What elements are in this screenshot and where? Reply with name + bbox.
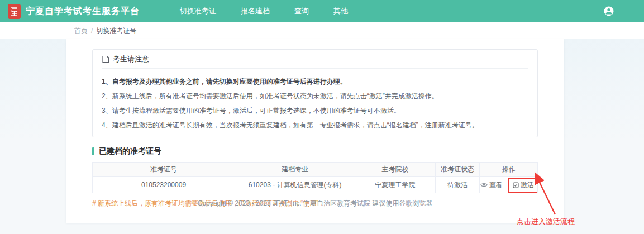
cell-status: 待激活	[435, 177, 480, 193]
breadcrumb: 首页 / 切换准考证号	[0, 22, 644, 39]
activate-icon	[513, 182, 519, 188]
cell-major: 610203 - 计算机信息管理(专科)	[235, 177, 355, 193]
nav-item-switch-ticket[interactable]: 切换准考证	[168, 0, 228, 22]
notice-list: 1、自考报考及办理其他业务之前，请先切换对应要使用的准考证号后再进行办理。 2、…	[102, 69, 528, 129]
breadcrumb-home[interactable]: 首页	[74, 26, 88, 36]
notice-card: 考生请注意 1、自考报考及办理其他业务之前，请先切换对应要使用的准考证号后再进行…	[92, 49, 538, 137]
main-panel: 考生请注意 1、自考报考及办理其他业务之前，请先切换对应要使用的准考证号后再进行…	[66, 39, 564, 223]
table-header-row: 准考证号 建档专业 主考院校 准考证状态 操作	[93, 163, 538, 177]
notice-item: 1、自考报考及办理其他业务之前，请先切换对应要使用的准考证号后再进行办理。	[102, 78, 528, 85]
activate-button-label: 激活	[521, 180, 534, 190]
app-title: 宁夏自学考试考生服务平台	[26, 6, 140, 17]
notice-icon	[102, 55, 109, 63]
eye-icon	[480, 182, 488, 188]
main-nav: 切换准考证 报名建档 查询 其他	[168, 0, 360, 22]
brand: 宁夏自学考试考生服务平台	[8, 4, 140, 19]
breadcrumb-current: 切换准考证号	[96, 26, 136, 36]
table-row: 010523200009 610203 - 计算机信息管理(专科) 宁夏理工学院…	[93, 177, 538, 193]
cell-ticket-no: 010523200009	[93, 177, 235, 193]
view-button-label: 查看	[489, 180, 503, 190]
section-title: 已建档的准考证号	[99, 146, 161, 156]
section-title-row: 已建档的准考证号	[92, 146, 538, 156]
col-header-actions: 操作	[480, 163, 538, 177]
notice-title-row: 考生请注意	[102, 50, 528, 69]
cell-actions: 查看 激活	[480, 177, 538, 193]
nav-item-query[interactable]: 查询	[282, 0, 321, 22]
section-bar-icon	[92, 147, 94, 155]
col-header-ticket-no: 准考证号	[93, 163, 235, 177]
nav-item-register[interactable]: 报名建档	[228, 0, 282, 22]
view-button[interactable]: 查看	[480, 179, 504, 191]
app-header: 宁夏自学考试考生服务平台 切换准考证 报名建档 查询 其他	[0, 0, 644, 22]
annotation-highlight-box: 激活	[508, 178, 538, 193]
cell-college: 宁夏理工学院	[355, 177, 435, 193]
logo-icon	[8, 4, 21, 19]
nav-item-other[interactable]: 其他	[321, 0, 360, 22]
copyright: Copyright © 2023 - 2023 JFAT, Inc. 宁夏自治区…	[66, 199, 564, 208]
ticket-table: 准考证号 建档专业 主考院校 准考证状态 操作 010523200009 610…	[92, 162, 538, 193]
breadcrumb-separator: /	[91, 27, 93, 35]
notice-item: 2、新系统上线后，所有准考证号均需要激活后使用，如准考证号状态为未激活，请先点击…	[102, 92, 528, 100]
col-header-college: 主考院校	[355, 163, 435, 177]
user-avatar-icon[interactable]	[602, 4, 616, 18]
activate-button[interactable]: 激活	[512, 179, 535, 191]
notice-title: 考生请注意	[113, 54, 149, 64]
notice-item: 4、建档后且激活的准考证号长期有效，当次报考无须重复建档，如有第二专业报考需求，…	[102, 121, 528, 129]
notice-item: 3、请考生按流程激活需要使用的准考证号，激活后，可正常报考选课，不使用的准考证号…	[102, 107, 528, 114]
col-header-major: 建档专业	[235, 163, 355, 177]
col-header-status: 准考证状态	[435, 163, 480, 177]
